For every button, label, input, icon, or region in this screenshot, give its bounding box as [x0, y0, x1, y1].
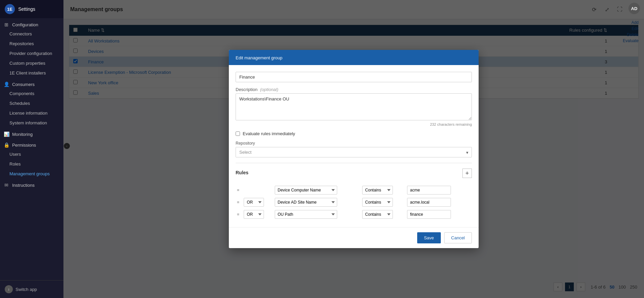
rules-table: = Device Computer Name Device AD Site Na… — [236, 184, 472, 220]
sidebar-item-system-information[interactable]: System information — [0, 118, 63, 128]
switch-app-button[interactable]: ↕ Switch app — [0, 280, 63, 298]
rule-1-value[interactable] — [407, 198, 451, 207]
repository-label: Repository — [236, 141, 472, 146]
rule-1-field[interactable]: Device Computer Name Device AD Site Name… — [275, 198, 337, 207]
permissions-label: Permissions — [12, 143, 36, 148]
rule-0-field[interactable]: Device Computer Name Device AD Site Name… — [275, 186, 337, 195]
rule-1-connector[interactable]: OR AND — [244, 198, 264, 207]
rule-row-0: = Device Computer Name Device AD Site Na… — [236, 184, 472, 196]
sidebar-item-components[interactable]: Components — [0, 89, 63, 98]
sidebar-item-repositories[interactable]: Repositories — [0, 39, 63, 49]
instructions-label: Instructions — [12, 183, 34, 188]
monitoring-label: Monitoring — [12, 132, 33, 137]
description-label: Description (optional) — [236, 87, 472, 92]
description-textarea[interactable]: Workstations\Finance OU — [236, 93, 472, 120]
modal-title: Edit management group — [236, 55, 283, 60]
modal-overlay: Edit management group Description (optio… — [63, 0, 644, 298]
sidebar-item-license-information[interactable]: License information — [0, 108, 63, 118]
sidebar-group-consumers[interactable]: 👤 Consumers — [0, 78, 63, 89]
modal-divider — [236, 163, 472, 163]
permissions-icon: 🔒 — [3, 142, 9, 148]
sidebar-group-monitoring[interactable]: 📊 Monitoring — [0, 128, 63, 139]
grid-icon: ⊞ — [3, 22, 9, 28]
modal-body: Description (optional) Workstations\Fina… — [229, 65, 479, 227]
sidebar-item-users[interactable]: Users — [0, 149, 63, 159]
modal-header: Edit management group — [229, 50, 479, 65]
rule-row-1: = OR AND Device Computer Name De — [236, 196, 472, 208]
configuration-label: Configuration — [12, 22, 38, 27]
app-title: Settings — [18, 6, 35, 12]
rule-0-operation[interactable]: Contains Equals Starts with Ends with — [362, 186, 393, 195]
evaluate-immediately-label: Evaluate rules immediately — [243, 131, 295, 136]
sidebar-item-connectors[interactable]: Connectors — [0, 29, 63, 39]
sidebar: 1E Settings ⊞ Configuration Connectors R… — [0, 0, 63, 298]
rule-0-eq: = — [236, 184, 242, 196]
modal-footer: Save Cancel — [229, 227, 479, 248]
sidebar-item-1e-client-installers[interactable]: 1E Client installers — [0, 68, 63, 78]
rule-row-2: = OR AND Device Computer Name De — [236, 208, 472, 220]
sidebar-item-management-groups[interactable]: Management groups — [0, 169, 63, 179]
sidebar-group-instructions[interactable]: ✉ Instructions — [0, 179, 63, 189]
user-avatar[interactable]: AD — [628, 3, 640, 14]
sidebar-header: 1E Settings — [0, 0, 63, 18]
rule-2-field[interactable]: Device Computer Name Device AD Site Name… — [275, 210, 337, 219]
sidebar-item-custom-properties[interactable]: Custom properties — [0, 58, 63, 68]
repository-select-wrapper: Select — [236, 147, 472, 157]
rules-title: Rules — [236, 170, 248, 175]
chars-remaining: 232 characters remaining — [236, 122, 472, 126]
name-input[interactable] — [236, 72, 472, 82]
evaluate-immediately-row: Evaluate rules immediately — [236, 131, 472, 136]
rule-1-eq: = — [236, 196, 242, 208]
repository-select[interactable]: Select — [236, 147, 472, 157]
instructions-icon: ✉ — [3, 182, 9, 188]
sidebar-item-schedules[interactable]: Schedules — [0, 98, 63, 108]
rule-1-operation[interactable]: Contains Equals Starts with Ends with — [362, 198, 393, 207]
rule-2-value[interactable] — [407, 210, 451, 219]
form-group-name — [236, 72, 472, 82]
app-logo: 1E — [5, 4, 15, 14]
sidebar-group-configuration[interactable]: ⊞ Configuration — [0, 18, 63, 29]
rule-2-operation[interactable]: Contains Equals Starts with Ends with — [362, 210, 393, 219]
rule-2-eq: = — [236, 208, 242, 220]
consumers-icon: 👤 — [3, 81, 9, 87]
consumers-label: Consumers — [12, 82, 34, 87]
sidebar-item-provider-configuration[interactable]: Provider configuration — [0, 49, 63, 58]
switch-app-icon: ↕ — [5, 285, 13, 293]
cancel-button[interactable]: Cancel — [444, 232, 472, 243]
rule-2-connector[interactable]: OR AND — [244, 210, 264, 219]
sidebar-group-permissions[interactable]: 🔒 Permissions — [0, 139, 63, 149]
sidebar-item-roles[interactable]: Roles — [0, 159, 63, 169]
evaluate-immediately-checkbox[interactable] — [236, 131, 240, 136]
form-group-repository: Repository Select — [236, 141, 472, 157]
rules-section: Rules + = Device Computer Name Device — [236, 169, 472, 220]
form-group-description: Description (optional) Workstations\Fina… — [236, 87, 472, 126]
save-button[interactable]: Save — [417, 232, 441, 243]
rule-0-value[interactable] — [407, 186, 451, 195]
edit-management-group-modal: Edit management group Description (optio… — [229, 50, 479, 248]
add-rule-button[interactable]: + — [462, 169, 472, 178]
monitoring-icon: 📊 — [3, 131, 9, 137]
